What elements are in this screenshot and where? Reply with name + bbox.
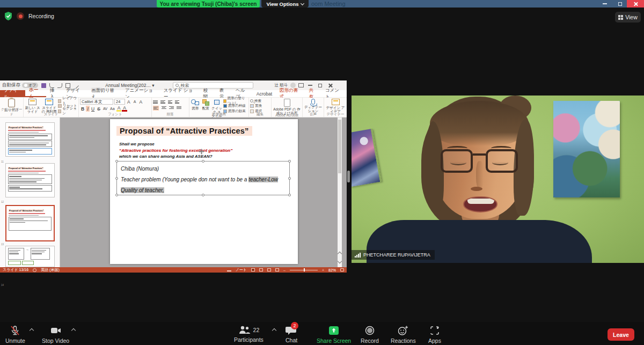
next-slide-icon[interactable] [338, 259, 342, 263]
participants-button[interactable]: 22 Participants [234, 325, 264, 343]
view-options-button[interactable]: View Options [261, 0, 309, 8]
resize-handle[interactable] [115, 177, 118, 180]
slide-thumbnail-12[interactable]: Proposal of “Attractive Practices” [5, 163, 55, 197]
font-name-select[interactable]: Calibri 本文 [80, 99, 113, 105]
record-button[interactable]: Record [361, 325, 379, 344]
reactions-button[interactable]: Reactions [391, 325, 416, 344]
leave-button[interactable]: Leave [608, 328, 634, 341]
tab-file[interactable]: ファイル [0, 90, 25, 97]
shape-outline-button[interactable]: 図形の枠線 [223, 104, 247, 109]
minimize-button[interactable] [598, 0, 612, 8]
tab-shape-format[interactable]: 図形の書式 [276, 90, 305, 97]
ppt-maximize-icon[interactable] [318, 84, 322, 87]
slide-title[interactable]: Proposal of “Attractive Practices” [116, 126, 252, 136]
apps-button[interactable]: Apps [428, 325, 441, 344]
stop-video-options-chevron[interactable] [71, 328, 76, 333]
previous-slide-icon[interactable] [338, 252, 342, 256]
change-case-button[interactable]: Aa [109, 106, 116, 112]
underline-button[interactable]: U [90, 106, 96, 112]
indent-increase-icon[interactable] [175, 100, 179, 104]
strikethrough-button[interactable]: S [96, 106, 101, 112]
align-right-icon[interactable] [169, 106, 174, 111]
notes-button[interactable]: ノート [236, 267, 247, 273]
tab-animations[interactable]: アニメーション [121, 90, 160, 97]
resize-handle[interactable] [202, 194, 204, 196]
shape-fill-button[interactable]: 図形の塗りつぶし [223, 99, 247, 104]
slide-thumbnail-13-current[interactable]: Proposal of “Attractive Practices” [5, 205, 55, 241]
pane-divider-handle[interactable] [347, 171, 350, 182]
comments-button[interactable]: コメント [321, 90, 347, 97]
language-indicator[interactable]: 英語 (米国) [41, 267, 60, 273]
accessibility-icon[interactable] [33, 268, 36, 272]
grow-font-button[interactable]: A [126, 99, 131, 105]
reading-view-icon[interactable] [267, 268, 271, 271]
slide-intro-text[interactable]: Shall we propose “Attractive practices f… [119, 141, 232, 160]
zoom-out-icon[interactable]: – [283, 268, 286, 272]
selected-textbox[interactable]: Chiba (Nomura) Teacher problem (Young pe… [116, 161, 290, 195]
chat-button[interactable]: 2 Chat [286, 325, 297, 343]
unmute-options-chevron[interactable] [30, 328, 34, 333]
close-button[interactable] [627, 0, 644, 8]
clear-format-button[interactable]: A [138, 99, 143, 105]
numbering-icon[interactable] [160, 100, 165, 104]
align-center-icon[interactable] [162, 106, 166, 111]
participants-options-chevron[interactable] [272, 328, 276, 333]
tab-acrobat[interactable]: Acrobat [253, 90, 276, 97]
resize-handle[interactable] [115, 160, 118, 163]
new-slide-button[interactable]: 新しい スライド [25, 99, 40, 113]
normal-view-icon[interactable] [251, 268, 255, 271]
view-layout-button[interactable]: View [615, 12, 641, 23]
italic-button[interactable]: I [86, 106, 90, 112]
paste-icon [8, 99, 15, 107]
zoom-slider-thumb[interactable] [304, 268, 305, 271]
maximize-button[interactable] [613, 0, 627, 8]
indent-decrease-icon[interactable] [168, 100, 172, 104]
arrange-label: 配置 [202, 106, 209, 110]
resize-handle[interactable] [288, 177, 291, 180]
zoom-percentage[interactable]: 82% [328, 268, 336, 272]
slide-thumbnail-14[interactable]: → [5, 246, 55, 267]
resize-handle[interactable] [202, 160, 204, 163]
zoom-in-icon[interactable]: + [322, 268, 324, 272]
scrollbar-thumb[interactable] [338, 120, 341, 173]
char-spacing-button[interactable]: AV [102, 106, 108, 112]
bullets-icon[interactable] [153, 100, 158, 104]
layout-button[interactable]: レイアウト [58, 99, 77, 104]
unmute-button[interactable]: Unmute [5, 325, 25, 344]
dictate-button[interactable]: ディクテー ション [304, 99, 323, 113]
replace-button[interactable]: 置換 [250, 104, 262, 109]
tab-insert[interactable]: 挿入 [46, 90, 62, 97]
fit-to-window-icon[interactable] [340, 268, 344, 271]
resize-handle[interactable] [115, 194, 118, 196]
share-button[interactable]: 共有 [305, 90, 321, 97]
font-color-button[interactable]: A [122, 106, 127, 112]
justify-icon[interactable] [177, 106, 181, 111]
adobe-pdf-button[interactable]: Adobe PDF の 作成および共有 [273, 99, 301, 115]
design-ideas-button[interactable]: デザイン アイデア [325, 99, 346, 113]
resize-handle[interactable] [288, 160, 291, 163]
arrange-button[interactable]: 配置 [201, 99, 210, 110]
slide-canvas[interactable]: Proposal of “Attractive Practices” Shall… [110, 119, 298, 264]
shapes-button[interactable]: 図形 [191, 99, 200, 110]
bold-button[interactable]: B [80, 106, 85, 112]
reuse-slides-button[interactable]: スライドの 再利用 [41, 99, 57, 113]
tab-review[interactable]: 校閲 [200, 90, 216, 97]
find-button[interactable]: 検索 [250, 99, 261, 104]
align-left-icon[interactable] [153, 106, 159, 111]
ppt-vertical-scrollbar[interactable] [338, 118, 342, 267]
tab-slideshow[interactable]: スライド ショー [160, 90, 200, 97]
ppt-minimize-icon[interactable] [308, 85, 312, 86]
resize-handle[interactable] [288, 194, 291, 196]
slideshow-view-icon[interactable] [275, 268, 279, 271]
text-highlight-button[interactable]: A [116, 106, 122, 112]
slide-sorter-view-icon[interactable] [259, 268, 263, 271]
font-size-select[interactable]: 24 [114, 99, 125, 105]
participant-video[interactable]: PHETCHAREE RUPAVIJETRA [352, 96, 644, 263]
stop-video-button[interactable]: Stop Video [42, 325, 69, 344]
zoom-slider[interactable] [290, 270, 318, 270]
slide-thumbnail-11[interactable]: Proposal of “Attractive Practices” [5, 122, 55, 157]
tab-transitions[interactable]: 画面切り替え [87, 90, 121, 97]
tab-home[interactable]: ホーム [25, 90, 46, 97]
share-screen-button[interactable]: Share Screen [317, 325, 351, 344]
shrink-font-button[interactable]: A [133, 99, 137, 105]
